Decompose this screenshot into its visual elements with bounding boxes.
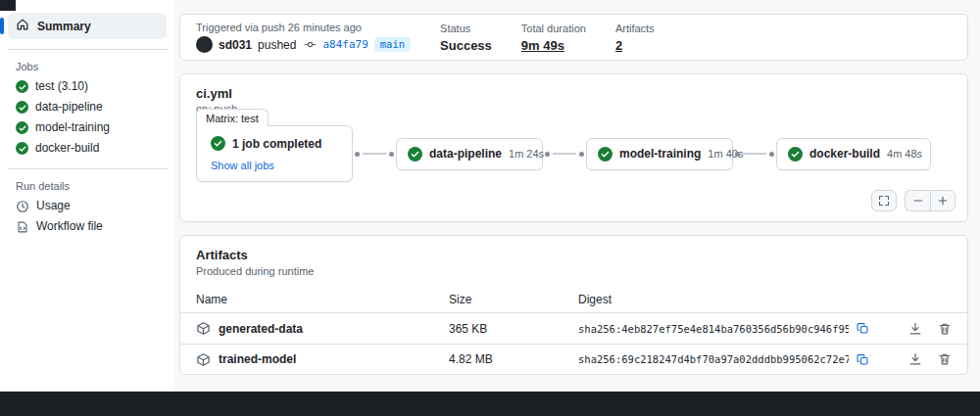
status-value: Success bbox=[440, 38, 492, 53]
artifact-name[interactable]: generated-data bbox=[219, 322, 303, 336]
sidebar-jobs-title: Jobs bbox=[8, 58, 167, 76]
matrix-summary: 1 job completed bbox=[232, 137, 321, 151]
node-name: data-pipeline bbox=[429, 147, 502, 161]
window-corner bbox=[0, 0, 16, 11]
job-label: docker-build bbox=[35, 141, 99, 156]
actor-action: pushed bbox=[258, 38, 296, 52]
connector-line bbox=[363, 153, 386, 155]
delete-artifact-button[interactable] bbox=[938, 352, 952, 366]
sidebar-item-job-docker-build[interactable]: docker-build bbox=[8, 138, 167, 159]
connector-line bbox=[743, 153, 766, 155]
download-artifact-button[interactable] bbox=[908, 322, 922, 336]
run-summary-bar: Triggered via push 26 minutes ago sd031 … bbox=[179, 14, 968, 61]
success-check-icon bbox=[598, 147, 612, 162]
job-label: model-training bbox=[35, 120, 110, 135]
status-column: Status Success bbox=[440, 23, 492, 53]
graph-node-data-pipeline[interactable]: data-pipeline 1m 24s bbox=[396, 138, 543, 170]
zoom-in-button[interactable] bbox=[930, 190, 956, 211]
run-detail-label: Workflow file bbox=[36, 219, 103, 234]
node-name: docker-build bbox=[809, 147, 880, 161]
graph-node-docker-build[interactable]: docker-build 4m 48s bbox=[776, 138, 931, 170]
actor-row: sd031 pushed a84fa79 main bbox=[196, 36, 411, 53]
sidebar-divider bbox=[8, 49, 169, 50]
sidebar-item-usage[interactable]: Usage bbox=[8, 196, 167, 216]
copy-digest-button[interactable] bbox=[857, 322, 869, 335]
artifact-name-cell: trained-model bbox=[196, 352, 449, 367]
expand-icon bbox=[878, 195, 890, 207]
artifacts-card: Artifacts Produced during runtime Name S… bbox=[179, 235, 968, 375]
artifact-digest-cell: sha256:69c218247d4bf70a97a02dddbb995062c… bbox=[578, 353, 869, 366]
artifacts-count-column: Artifacts 2 bbox=[615, 23, 655, 53]
footer-bar bbox=[0, 392, 980, 416]
graph-node-model-training[interactable]: model-training 1m 40s bbox=[586, 138, 733, 170]
graph-connector bbox=[355, 152, 394, 157]
main-content: Triggered via push 26 minutes ago sd031 … bbox=[174, 0, 980, 392]
commit-icon bbox=[304, 38, 317, 51]
workflow-file-name: ci.yml bbox=[196, 86, 952, 101]
artifact-digest: sha256:4eb827ef75e4e814ba760356d56b90c94… bbox=[578, 323, 849, 335]
sidebar-item-job-model-training[interactable]: model-training bbox=[8, 117, 167, 138]
artifact-digest: sha256:69c218247d4bf70a97a02dddbb995062c… bbox=[578, 353, 849, 365]
artifacts-header: Artifacts Produced during runtime bbox=[180, 248, 967, 287]
artifact-size: 365 KB bbox=[449, 322, 578, 336]
status-label: Status bbox=[440, 23, 492, 34]
artifact-size: 4.82 MB bbox=[449, 352, 578, 366]
artifacts-table-header: Name Size Digest bbox=[180, 287, 967, 313]
artifacts-count[interactable]: 2 bbox=[615, 38, 655, 53]
branch-badge[interactable]: main bbox=[374, 37, 411, 52]
column-header-size: Size bbox=[449, 293, 578, 306]
success-check-icon bbox=[788, 147, 803, 162]
artifact-name[interactable]: trained-model bbox=[219, 352, 296, 366]
artifact-actions bbox=[869, 322, 952, 336]
success-check-icon bbox=[16, 142, 28, 155]
package-icon bbox=[196, 321, 211, 336]
artifact-digest-cell: sha256:4eb827ef75e4e814ba760356d56b90c94… bbox=[578, 322, 869, 335]
run-detail-label: Usage bbox=[36, 199, 71, 213]
avatar[interactable] bbox=[196, 36, 213, 53]
package-icon bbox=[196, 352, 211, 367]
connector-dot bbox=[735, 152, 740, 157]
sidebar-item-summary[interactable]: Summary bbox=[8, 13, 167, 39]
sidebar-item-job-data-pipeline[interactable]: data-pipeline bbox=[8, 97, 167, 117]
minus-icon bbox=[912, 195, 924, 207]
zoom-button-group bbox=[905, 190, 956, 211]
duration-label: Total duration bbox=[521, 23, 586, 34]
trigger-column: Triggered via push 26 minutes ago sd031 … bbox=[196, 22, 411, 53]
graph-connector bbox=[545, 152, 584, 157]
artifact-row-generated-data: generated-data 365 KB sha256:4eb827ef75e… bbox=[180, 313, 967, 344]
sidebar-item-workflow-file[interactable]: Workflow file bbox=[8, 216, 167, 237]
download-artifact-button[interactable] bbox=[908, 352, 922, 366]
matrix-tab[interactable]: Matrix: test bbox=[196, 109, 269, 126]
zoom-out-button[interactable] bbox=[905, 190, 930, 211]
artifact-actions bbox=[869, 352, 952, 366]
duration-value[interactable]: 9m 49s bbox=[521, 38, 586, 53]
connector-dot bbox=[355, 152, 360, 157]
actor-name[interactable]: sd031 bbox=[219, 38, 252, 52]
fullscreen-button[interactable] bbox=[871, 190, 897, 211]
sidebar-run-details-title: Run details bbox=[8, 177, 167, 196]
success-check-icon bbox=[408, 147, 422, 162]
sidebar-summary-label: Summary bbox=[37, 20, 91, 33]
connector-dot bbox=[769, 152, 774, 157]
column-header-name: Name bbox=[196, 293, 449, 306]
connector-dot bbox=[545, 152, 550, 157]
connector-dot bbox=[579, 152, 584, 157]
artifacts-title: Artifacts bbox=[196, 248, 952, 262]
success-check-icon bbox=[211, 136, 225, 151]
node-duration: 1m 24s bbox=[509, 148, 544, 160]
connector-dot bbox=[389, 152, 394, 157]
success-check-icon bbox=[16, 101, 28, 114]
show-all-jobs-link[interactable]: Show all jobs bbox=[211, 160, 274, 171]
node-name: model-training bbox=[619, 147, 701, 161]
duration-column: Total duration 9m 49s bbox=[521, 23, 586, 53]
workflow-graph-card: ci.yml on: push Matrix: test 1 job compl… bbox=[179, 73, 968, 222]
copy-digest-button[interactable] bbox=[857, 353, 869, 366]
artifact-row-trained-model: trained-model 4.82 MB sha256:69c218247d4… bbox=[180, 344, 967, 374]
connector-line bbox=[553, 153, 576, 155]
delete-artifact-button[interactable] bbox=[938, 322, 952, 336]
sidebar-item-job-test[interactable]: test (3.10) bbox=[8, 76, 167, 97]
commit-sha-link[interactable]: a84fa79 bbox=[322, 38, 368, 51]
workflow-graph-row: Matrix: test 1 job completed Show all jo… bbox=[196, 125, 931, 182]
file-code-icon bbox=[16, 220, 29, 234]
graph-zoom-controls bbox=[871, 190, 956, 211]
